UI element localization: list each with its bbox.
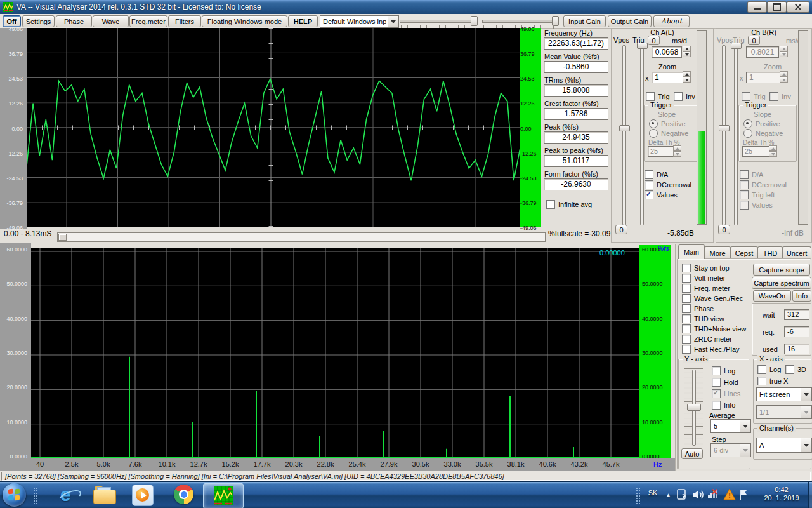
channel-b-slope-positive-radio[interactable]: Positive [743,119,780,128]
channel-b-d-a-cb[interactable] [740,170,749,179]
channel-b-inv-checkbox-cb[interactable] [769,92,778,101]
capture-scope-button[interactable]: Capture scope [753,264,810,276]
tab-more[interactable]: More [704,246,731,259]
channel-b-vpos-zero-button[interactable]: 0 [748,36,760,45]
spin-down-icon[interactable] [683,77,691,83]
view-option-thd-view-cb[interactable] [682,314,691,323]
y-axis-hold[interactable]: Hold [712,377,738,387]
spin-down-icon[interactable] [673,151,681,157]
view-option-stay-on-top[interactable]: Stay on top [682,263,730,272]
wave-on-button[interactable]: WaveOn [753,290,791,302]
internet-explorer-icon[interactable]: e [55,484,76,505]
channel-b-delta-value[interactable]: 25 [742,146,771,157]
channel-b-delta-spinner[interactable] [769,145,777,157]
x-ratio-select[interactable]: 1/1 [756,405,812,419]
view-option-freq-meter[interactable]: Freq. meter [682,283,730,293]
view-option-stay-on-top-cb[interactable] [682,264,691,272]
spin-down-icon[interactable] [780,77,788,83]
channel-b-trig-zero-button[interactable]: 0 [718,225,730,234]
freq-meter-button[interactable]: Freq.meter [129,15,167,27]
view-option-phase-cb[interactable] [682,304,691,313]
infinite-avg-checkbox[interactable]: Infinite avg [546,199,592,209]
output-gain-thumb[interactable] [552,16,559,26]
channel-b-slope-negative-radio[interactable]: Negative [743,128,783,138]
wave-button[interactable]: Wave [93,15,129,27]
channel-a-slope-positive-radio[interactable]: Positive [649,119,686,128]
x-log-checkbox[interactable]: Log [757,364,781,374]
tab-uncert[interactable]: Uncert [782,246,811,259]
channel-b-slope-positive-radio-radio[interactable] [743,119,752,128]
channel-a-slope-negative-radio[interactable]: Negative [649,128,688,138]
scope-h-scrollbar-thumb[interactable] [58,234,67,241]
channel-b-msd-spinner[interactable] [780,46,788,57]
view-option-wave-gen-rec-cb[interactable] [682,294,691,303]
channel-a-msd-spinner[interactable] [683,46,691,57]
channel-b-trig-left[interactable]: Trig left [740,190,775,199]
channel-a-dcremoval-cb[interactable] [645,180,653,189]
minimize-button[interactable] [747,1,767,13]
channel-b-slope-negative-radio-radio[interactable] [743,129,752,138]
spin-up-icon[interactable] [673,145,681,151]
channel-a-trig-checkbox[interactable]: Trig [646,91,670,101]
y-scale-slider-thumb[interactable] [687,404,701,411]
floating-windows-mode-button[interactable]: Floating Windows mode [202,15,287,27]
taskbar-clock[interactable]: 0:42 20. 1. 2019 [755,486,808,502]
channel-b-inv-checkbox[interactable]: Inv [769,91,791,101]
channel-b-trig-left-cb[interactable] [740,190,749,199]
channel-b-values[interactable]: Values [740,200,773,210]
scope-h-scrollbar[interactable] [57,232,546,242]
window-titlebar[interactable]: VA -- Visual Analyser 2014 rel. 0.3.1 ST… [0,0,812,14]
channel-a-vpos-slider[interactable] [622,45,626,225]
network-tray-icon[interactable]: ✕ [708,490,719,500]
channel-b-zoom-value[interactable]: 1 [746,72,782,83]
tab-main[interactable]: Main [678,244,705,259]
output-gain-track[interactable] [482,20,558,23]
phase-button[interactable]: Phase [56,15,92,27]
true-x-checkbox[interactable]: true X [757,376,788,385]
channel-a-inv-checkbox[interactable]: Inv [674,91,695,101]
about-button[interactable]: About [653,15,690,27]
channel-a-slope-negative-radio-radio[interactable] [649,129,658,138]
channel-a-msd-value[interactable]: 0.0668 [652,46,682,58]
input-gain-track[interactable] [400,20,477,23]
input-device-select[interactable]: Default Windows inp [320,15,399,28]
tab-thd[interactable]: THD [757,246,783,259]
view-option-zrlc-meter[interactable]: ZRLC meter [682,334,732,344]
start-button[interactable] [3,483,26,507]
chrome-icon[interactable] [174,485,193,504]
infinite-avg-checkbox-cb[interactable] [546,200,555,209]
average-select[interactable]: 5 [710,419,751,433]
output-gain-button[interactable]: Output Gain [608,15,652,27]
channel-a-slope-positive-radio[interactable]: Positive [649,119,686,128]
channel-a-slope-positive-radio-radio[interactable] [649,119,658,128]
x-3d-checkbox[interactable]: 3D [785,364,806,374]
channel-a-vpos-thumb[interactable] [619,125,630,131]
true-x-checkbox-cb[interactable] [757,377,766,385]
auto-button[interactable]: Auto [681,448,703,459]
true-x-checkbox[interactable]: true X [757,376,788,385]
channel-a-vpos-zero-button[interactable]: 0 [648,36,660,45]
channel-a-values-cb[interactable] [645,190,653,199]
channel-a-d-a[interactable]: D/A [645,170,668,179]
channel-a-values[interactable]: Values [645,190,678,199]
maximize-button[interactable] [767,1,787,13]
channel-b-dcremoval-cb[interactable] [740,180,749,189]
channel-a-zoom-spinner[interactable] [683,71,691,83]
spin-up-icon[interactable] [780,46,788,51]
show-desktop-button[interactable] [808,482,812,508]
spin-down-icon[interactable] [683,51,691,57]
view-option-thd-noise-view[interactable]: THD+Noise view [682,324,746,333]
view-option-freq-meter-cb[interactable] [682,284,691,293]
view-option-phase[interactable]: Phase [682,304,714,313]
channel-a-trig-thumb[interactable] [637,43,648,49]
capture-spectrum-button[interactable]: Capture spectrum [752,277,811,289]
spin-up-icon[interactable] [683,46,691,51]
channel-b-slope-positive-radio[interactable]: Positive [743,119,780,128]
input-gain-slider[interactable] [400,15,480,28]
channel-b-msd-value[interactable]: 0.8021 [746,46,779,58]
y-axis-lines-cb[interactable] [712,389,721,398]
visual-analyser-taskbar-button[interactable] [203,483,244,508]
y-axis-lines[interactable]: Lines [712,389,740,398]
language-indicator[interactable]: SK [645,489,661,497]
channel-b-trig-slider[interactable] [734,45,738,225]
